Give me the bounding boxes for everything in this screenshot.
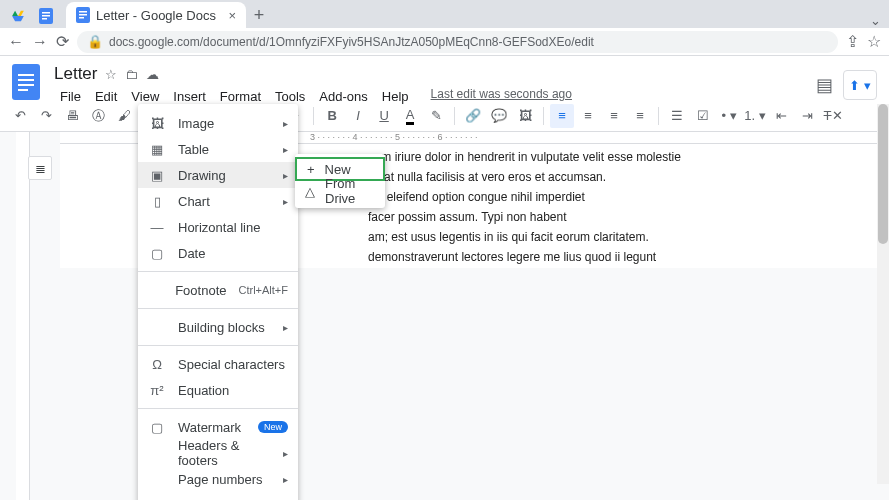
vertical-ruler: [16, 132, 30, 500]
drawing-icon: ▣: [148, 168, 166, 183]
paint-format-button[interactable]: 🖌: [112, 104, 136, 128]
docs-icon: [76, 7, 90, 23]
omega-icon: Ω: [148, 357, 166, 372]
date-icon: ▢: [148, 246, 166, 261]
docs-prev-icon[interactable]: [34, 4, 58, 28]
svg-rect-6: [79, 14, 87, 16]
doc-title[interactable]: Letter: [54, 64, 97, 84]
star-doc-icon[interactable]: ☆: [105, 67, 117, 82]
comments-icon[interactable]: ▤: [816, 74, 833, 96]
chevron-down-icon[interactable]: ⌄: [870, 13, 881, 28]
bold-button[interactable]: B: [320, 104, 344, 128]
insert-building-blocks[interactable]: Building blocks▸: [138, 314, 298, 340]
scroll-thumb[interactable]: [878, 104, 888, 244]
url-bar[interactable]: 🔒 docs.google.com/document/d/1OmnfyziFXF…: [77, 31, 838, 53]
italic-button[interactable]: I: [346, 104, 370, 128]
outline-button[interactable]: ≣: [28, 156, 52, 180]
url-text: docs.google.com/document/d/1OmnfyziFXFyi…: [109, 35, 594, 49]
insert-break[interactable]: ⊟Break▸: [138, 492, 298, 500]
svg-rect-9: [18, 74, 34, 76]
svg-rect-8: [12, 64, 40, 100]
align-justify-button[interactable]: ≡: [628, 104, 652, 128]
watermark-icon: ▢: [148, 420, 166, 435]
add-comment-button[interactable]: 💬: [487, 104, 511, 128]
svg-rect-5: [79, 11, 87, 13]
spellcheck-button[interactable]: Ⓐ: [86, 104, 110, 128]
chevron-right-icon: ▸: [283, 196, 288, 207]
scrollbar[interactable]: [877, 104, 889, 484]
table-icon: ▦: [148, 142, 166, 157]
drive-icon[interactable]: [6, 4, 30, 28]
svg-rect-11: [18, 84, 34, 86]
text-color-button[interactable]: A: [398, 104, 422, 128]
align-right-button[interactable]: ≡: [602, 104, 626, 128]
svg-rect-7: [79, 17, 84, 19]
insert-table[interactable]: ▦Table▸: [138, 136, 298, 162]
chevron-right-icon: ▸: [283, 170, 288, 181]
chevron-right-icon: ▸: [283, 448, 288, 459]
star-icon[interactable]: ☆: [867, 32, 881, 51]
forward-button[interactable]: →: [32, 33, 48, 51]
insert-footnote[interactable]: FootnoteCtrl+Alt+F: [138, 277, 298, 303]
indent-dec-button[interactable]: ⇤: [769, 104, 793, 128]
docs-logo[interactable]: [12, 64, 44, 102]
drawing-submenu: +New △From Drive: [295, 154, 385, 208]
back-button[interactable]: ←: [8, 33, 24, 51]
insert-watermark[interactable]: ▢WatermarkNew: [138, 414, 298, 440]
chevron-right-icon: ▸: [283, 322, 288, 333]
browser-tab[interactable]: Letter - Google Docs ×: [66, 2, 246, 28]
clear-format-button[interactable]: T✕: [821, 104, 845, 128]
svg-rect-12: [18, 89, 28, 91]
chevron-right-icon: ▸: [283, 474, 288, 485]
insert-image-button[interactable]: 🖼: [513, 104, 537, 128]
insert-special-chars[interactable]: ΩSpecial characters: [138, 351, 298, 377]
insert-drawing[interactable]: ▣Drawing▸: [138, 162, 298, 188]
move-icon[interactable]: 🗀: [125, 67, 138, 82]
highlight-button[interactable]: ✎: [424, 104, 448, 128]
tab-title: Letter - Google Docs: [96, 8, 216, 23]
insert-chart[interactable]: ▯Chart▸: [138, 188, 298, 214]
checklist-button[interactable]: ☑: [691, 104, 715, 128]
print-button[interactable]: 🖶: [60, 104, 84, 128]
chevron-right-icon: ▸: [283, 118, 288, 129]
insert-headers-footers[interactable]: Headers & footers▸: [138, 440, 298, 466]
hr-icon: —: [148, 220, 166, 235]
undo-button[interactable]: ↶: [8, 104, 32, 128]
numbered-list-button[interactable]: 1. ▾: [743, 104, 767, 128]
line-spacing-button[interactable]: ☰: [665, 104, 689, 128]
insert-equation[interactable]: π²Equation: [138, 377, 298, 403]
svg-rect-3: [42, 18, 47, 20]
insert-page-numbers[interactable]: Page numbers▸: [138, 466, 298, 492]
plus-icon: +: [307, 162, 315, 177]
bullet-list-button[interactable]: • ▾: [717, 104, 741, 128]
insert-link-button[interactable]: 🔗: [461, 104, 485, 128]
drawing-from-drive[interactable]: △From Drive: [295, 179, 385, 203]
reload-button[interactable]: ⟳: [56, 32, 69, 51]
new-tab-button[interactable]: +: [246, 2, 272, 28]
svg-rect-10: [18, 79, 34, 81]
share-url-icon[interactable]: ⇪: [846, 32, 859, 51]
insert-menu: 🖼Image▸ ▦Table▸ ▣Drawing▸ ▯Chart▸ —Horiz…: [138, 104, 298, 500]
svg-rect-1: [42, 12, 50, 14]
image-icon: 🖼: [148, 116, 166, 131]
drive-small-icon: △: [305, 184, 315, 199]
lock-icon: 🔒: [87, 34, 103, 49]
redo-button[interactable]: ↷: [34, 104, 58, 128]
svg-rect-2: [42, 15, 50, 17]
chevron-right-icon: ▸: [283, 144, 288, 155]
tab-close-icon[interactable]: ×: [228, 8, 236, 23]
share-button[interactable]: ⬆ ▾: [843, 70, 877, 100]
align-center-button[interactable]: ≡: [576, 104, 600, 128]
insert-date[interactable]: ▢Date: [138, 240, 298, 266]
insert-hr[interactable]: —Horizontal line: [138, 214, 298, 240]
align-left-button[interactable]: ≡: [550, 104, 574, 128]
pi-icon: π²: [148, 383, 166, 398]
cloud-icon[interactable]: ☁: [146, 67, 159, 82]
insert-image[interactable]: 🖼Image▸: [138, 110, 298, 136]
chart-icon: ▯: [148, 194, 166, 209]
underline-button[interactable]: U: [372, 104, 396, 128]
indent-inc-button[interactable]: ⇥: [795, 104, 819, 128]
